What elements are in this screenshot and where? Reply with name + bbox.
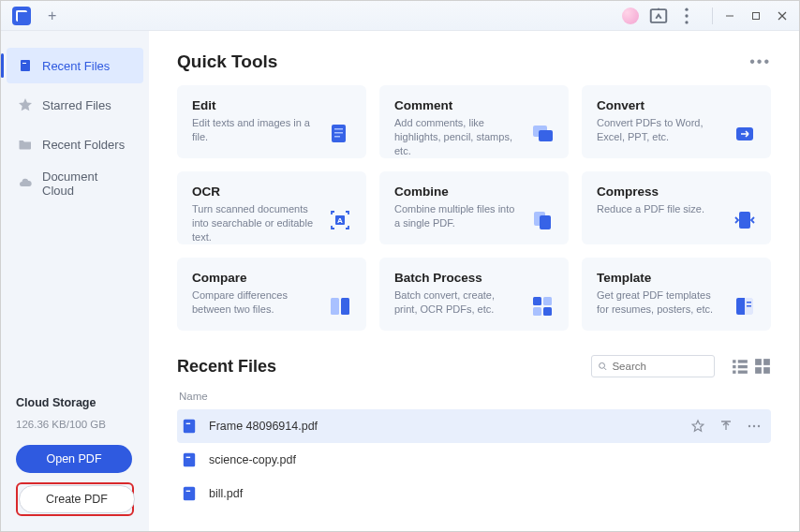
svg-rect-38	[733, 371, 735, 374]
tool-title: Template	[597, 271, 756, 285]
svg-rect-13	[334, 136, 340, 138]
sidebar-item-document-cloud[interactable]: Document Cloud	[7, 166, 143, 201]
open-pdf-button[interactable]: Open PDF	[16, 445, 132, 473]
pdf-file-icon	[181, 485, 198, 502]
svg-rect-27	[543, 307, 552, 316]
titlebar: +	[1, 1, 799, 31]
svg-line-33	[604, 368, 606, 370]
svg-rect-12	[334, 132, 343, 134]
tool-desc: Compare differences between two files.	[192, 288, 314, 317]
app-logo	[12, 7, 31, 25]
svg-rect-34	[733, 360, 735, 362]
folder-icon	[18, 137, 33, 152]
upload-icon[interactable]	[719, 419, 733, 434]
svg-rect-9	[22, 63, 26, 64]
sidebar-item-recent-folders[interactable]: Recent Folders	[7, 126, 143, 162]
more-icon[interactable]	[747, 419, 762, 434]
sidebar-item-starred-files[interactable]: Starred Files	[7, 87, 143, 123]
tool-title: Combine	[394, 185, 554, 199]
tool-title: Compress	[597, 185, 756, 199]
new-tab-button[interactable]: +	[48, 7, 56, 24]
tool-title: Edit	[192, 98, 351, 112]
svg-rect-23	[341, 298, 349, 315]
tool-card-edit[interactable]: Edit Edit texts and images in a file.	[177, 85, 366, 158]
tool-title: Batch Process	[394, 271, 554, 285]
pdf-file-icon	[181, 418, 198, 435]
create-pdf-button[interactable]: Create PDF	[19, 485, 135, 513]
svg-rect-43	[763, 367, 770, 374]
svg-rect-49	[184, 453, 195, 467]
svg-rect-51	[184, 487, 195, 501]
quick-tools-more-icon[interactable]: •••	[749, 53, 771, 70]
svg-rect-41	[763, 359, 770, 365]
svg-rect-25	[543, 297, 552, 305]
tool-card-batch-process[interactable]: Batch Process Batch convert, create, pri…	[379, 258, 569, 331]
combine-icon	[529, 207, 556, 233]
svg-point-46	[748, 425, 750, 427]
tool-title: Convert	[597, 98, 756, 112]
file-row[interactable]: science-copy.pdf	[177, 443, 771, 477]
sidebar-item-recent-files[interactable]: Recent Files	[7, 48, 143, 83]
column-header-name: Name	[177, 387, 771, 409]
batch-icon	[529, 293, 556, 319]
user-avatar[interactable]	[620, 6, 641, 26]
menu-icon[interactable]	[676, 6, 697, 26]
search-input[interactable]	[612, 361, 708, 372]
tool-card-ocr[interactable]: OCR Turn scanned documents into searchab…	[177, 171, 366, 244]
share-icon[interactable]	[648, 6, 669, 26]
svg-rect-50	[186, 457, 191, 458]
svg-rect-45	[186, 423, 191, 424]
file-row[interactable]: Frame 48096914.pdf	[177, 409, 771, 443]
tool-card-compare[interactable]: Compare Compare differences between two …	[177, 258, 366, 331]
svg-point-32	[600, 362, 605, 368]
tool-card-comment[interactable]: Comment Add comments, like highlights, p…	[379, 85, 569, 158]
file-name: Frame 48096914.pdf	[209, 420, 690, 433]
svg-rect-44	[184, 420, 195, 434]
grid-view-icon[interactable]	[754, 358, 771, 375]
maximize-button[interactable]	[743, 3, 769, 29]
sidebar: Recent Files Starred Files Recent Folder…	[1, 31, 149, 531]
main-content: Quick Tools ••• Edit Edit texts and imag…	[149, 31, 799, 531]
list-view-icon[interactable]	[732, 358, 748, 375]
tool-card-convert[interactable]: Convert Convert PDFs to Word, Excel, PPT…	[582, 85, 771, 158]
cloud-storage-usage: 126.36 KB/100 GB	[16, 419, 134, 430]
tool-desc: Batch convert, create, print, OCR PDFs, …	[394, 288, 516, 317]
template-icon	[732, 293, 758, 319]
tool-desc: Get great PDF templates for resumes, pos…	[597, 288, 719, 317]
star-icon[interactable]	[690, 419, 705, 434]
compare-icon	[327, 293, 353, 319]
svg-rect-52	[186, 491, 191, 492]
tool-desc: Turn scanned documents into searchable o…	[192, 202, 314, 244]
tool-title: Comment	[394, 98, 554, 112]
star-icon	[18, 97, 33, 112]
svg-rect-40	[755, 359, 762, 365]
quick-tools-grid: Edit Edit texts and images in a file. Co…	[177, 85, 771, 331]
tool-card-combine[interactable]: Combine Combine multiple files into a si…	[379, 171, 569, 244]
svg-rect-21	[739, 212, 750, 229]
svg-rect-8	[21, 60, 30, 71]
tool-title: Compare	[192, 271, 351, 285]
tool-desc: Reduce a PDF file size.	[597, 202, 719, 216]
svg-rect-31	[747, 305, 751, 307]
file-row[interactable]: bill.pdf	[177, 477, 771, 510]
sidebar-item-label: Starred Files	[42, 98, 111, 112]
compress-icon	[732, 207, 758, 233]
svg-rect-30	[747, 302, 751, 303]
tool-card-compress[interactable]: Compress Reduce a PDF file size.	[582, 171, 771, 244]
ocr-icon: A	[327, 207, 353, 233]
convert-icon	[732, 121, 758, 147]
tool-desc: Edit texts and images in a file.	[192, 116, 314, 144]
minimize-button[interactable]	[717, 3, 743, 29]
file-name: science-copy.pdf	[209, 453, 767, 466]
tool-card-template[interactable]: Template Get great PDF templates for res…	[582, 258, 771, 331]
svg-rect-36	[733, 365, 735, 368]
close-button[interactable]	[769, 3, 795, 29]
tool-desc: Add comments, like highlights, pencil, s…	[394, 116, 516, 158]
search-box[interactable]	[591, 355, 715, 377]
cloud-storage-title: Cloud Storage	[16, 396, 134, 409]
svg-text:A: A	[337, 216, 343, 225]
svg-point-1	[685, 7, 688, 10]
svg-rect-15	[539, 130, 553, 141]
tool-title: OCR	[192, 185, 351, 199]
sidebar-item-label: Recent Files	[42, 59, 110, 73]
